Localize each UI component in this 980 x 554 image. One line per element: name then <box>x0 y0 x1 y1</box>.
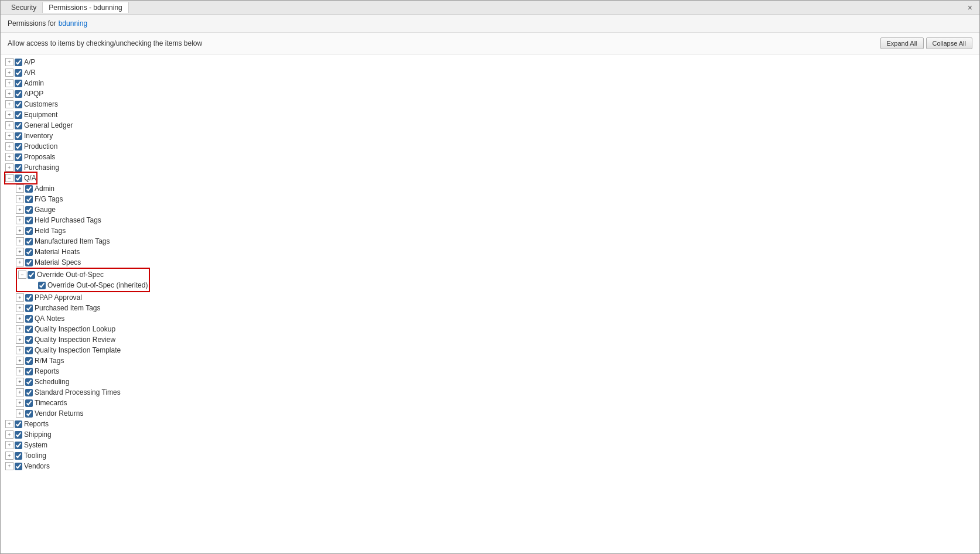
label-ap[interactable]: A/P <box>24 57 35 67</box>
checkbox-general-ledger[interactable] <box>15 122 22 129</box>
label-qa-quality-inspection-template[interactable]: Quality Inspection Template <box>35 345 121 355</box>
checkbox-qa-standard-processing-times[interactable] <box>25 389 33 396</box>
expand-qa[interactable]: − <box>5 174 13 182</box>
close-button[interactable]: × <box>965 3 975 12</box>
label-customers[interactable]: Customers <box>24 99 58 110</box>
checkbox-qa-quality-inspection-template[interactable] <box>25 347 33 354</box>
collapse-all-button[interactable]: Collapse All <box>926 37 972 49</box>
label-qa-reports[interactable]: Reports <box>35 366 59 377</box>
checkbox-production[interactable] <box>15 143 22 151</box>
expand-equipment[interactable]: + <box>5 111 13 119</box>
expand-general-ledger[interactable]: + <box>5 121 13 129</box>
expand-shipping[interactable]: + <box>5 430 13 439</box>
checkbox-qa-material-heats[interactable] <box>25 248 33 256</box>
checkbox-ar[interactable] <box>15 69 22 77</box>
label-proposals[interactable]: Proposals <box>24 152 55 162</box>
label-qa-override-out-of-spec[interactable]: Override Out-of-Spec <box>37 269 104 280</box>
label-qa-held-purchased-tags[interactable]: Held Purchased Tags <box>35 215 101 225</box>
label-qa-rm-tags[interactable]: R/M Tags <box>35 355 64 366</box>
expand-qa-manufactured-item-tags[interactable]: + <box>16 237 24 245</box>
checkbox-qa-admin[interactable] <box>25 185 33 193</box>
label-qa-material-specs[interactable]: Material Specs <box>35 257 81 268</box>
expand-qa-reports[interactable]: + <box>16 367 24 375</box>
checkbox-system[interactable] <box>15 442 22 449</box>
username-link[interactable]: bdunning <box>59 19 87 28</box>
expand-qa-material-heats[interactable]: + <box>16 248 24 256</box>
label-ar[interactable]: A/R <box>24 67 36 78</box>
expand-proposals[interactable]: + <box>5 153 13 161</box>
label-qa-standard-processing-times[interactable]: Standard Processing Times <box>35 387 121 398</box>
checkbox-qa-material-specs[interactable] <box>25 259 33 266</box>
checkbox-qa-quality-inspection-review[interactable] <box>25 336 33 344</box>
tab-permissions[interactable]: Permissions - bdunning <box>43 2 128 13</box>
label-apqp[interactable]: APQP <box>24 88 43 99</box>
expand-qa-rm-tags[interactable]: + <box>16 357 24 365</box>
expand-ap[interactable]: + <box>5 58 13 66</box>
expand-admin[interactable]: + <box>5 79 13 87</box>
expand-production[interactable]: + <box>5 142 13 151</box>
label-equipment[interactable]: Equipment <box>24 110 57 120</box>
label-tooling[interactable]: Tooling <box>24 450 46 461</box>
expand-customers[interactable]: + <box>5 100 13 108</box>
label-qa[interactable]: Q/A <box>24 174 36 182</box>
checkbox-qa-timecards[interactable] <box>25 399 33 407</box>
expand-qa-scheduling[interactable]: + <box>16 378 24 386</box>
label-system[interactable]: System <box>24 440 47 450</box>
expand-qa-quality-inspection-template[interactable]: + <box>16 346 24 354</box>
label-qa-admin[interactable]: Admin <box>35 183 54 194</box>
checkbox-purchasing[interactable] <box>15 164 22 172</box>
label-reports[interactable]: Reports <box>24 419 49 429</box>
label-qa-manufactured-item-tags[interactable]: Manufactured Item Tags <box>35 236 110 247</box>
label-qa-held-tags[interactable]: Held Tags <box>35 225 66 236</box>
expand-qa-override-out-of-spec[interactable]: − <box>18 271 26 279</box>
label-qa-ppap-approval[interactable]: PPAP Approval <box>35 292 82 303</box>
expand-purchasing[interactable]: + <box>5 163 13 172</box>
checkbox-ap[interactable] <box>15 59 22 66</box>
label-vendors[interactable]: Vendors <box>24 461 50 471</box>
checkbox-qa-held-purchased-tags[interactable] <box>25 217 33 224</box>
expand-qa-held-tags[interactable]: + <box>16 227 24 235</box>
checkbox-vendors[interactable] <box>15 463 22 470</box>
expand-reports[interactable]: + <box>5 420 13 428</box>
tab-security[interactable]: Security <box>5 2 43 13</box>
checkbox-qa-purchased-item-tags[interactable] <box>25 305 33 312</box>
label-admin[interactable]: Admin <box>24 78 44 88</box>
checkbox-admin[interactable] <box>15 80 22 87</box>
label-qa-fg-tags[interactable]: F/G Tags <box>35 194 63 204</box>
expand-qa-fg-tags[interactable]: + <box>16 195 24 203</box>
expand-apqp[interactable]: + <box>5 90 13 98</box>
checkbox-qa-rm-tags[interactable] <box>25 357 33 365</box>
checkbox-inventory[interactable] <box>15 132 22 140</box>
expand-qa-quality-inspection-review[interactable]: + <box>16 336 24 344</box>
checkbox-qa-manufactured-item-tags[interactable] <box>25 238 33 245</box>
checkbox-reports[interactable] <box>15 420 22 428</box>
label-qa-material-heats[interactable]: Material Heats <box>35 247 80 257</box>
label-shipping[interactable]: Shipping <box>24 429 52 440</box>
expand-system[interactable]: + <box>5 441 13 449</box>
checkbox-qa-fg-tags[interactable] <box>25 196 33 203</box>
label-qa-vendor-returns[interactable]: Vendor Returns <box>35 408 83 419</box>
expand-qa-material-specs[interactable]: + <box>16 258 24 266</box>
checkbox-qa-vendor-returns[interactable] <box>25 410 33 418</box>
expand-qa-purchased-item-tags[interactable]: + <box>16 304 24 312</box>
expand-tooling[interactable]: + <box>5 452 13 460</box>
label-production[interactable]: Production <box>24 141 57 152</box>
checkbox-equipment[interactable] <box>15 111 22 119</box>
checkbox-qa-scheduling[interactable] <box>25 378 33 386</box>
expand-qa-standard-processing-times[interactable]: + <box>16 388 24 396</box>
checkbox-qa-ppap-approval[interactable] <box>25 294 33 302</box>
checkbox-customers[interactable] <box>15 101 22 108</box>
label-qa-purchased-item-tags[interactable]: Purchased Item Tags <box>35 303 101 313</box>
checkbox-qa-override-out-of-spec[interactable] <box>28 271 35 279</box>
label-qa-quality-inspection-lookup[interactable]: Quality Inspection Lookup <box>35 324 115 334</box>
label-general-ledger[interactable]: General Ledger <box>24 120 73 131</box>
label-qa-scheduling[interactable]: Scheduling <box>35 377 69 387</box>
label-inventory[interactable]: Inventory <box>24 131 53 141</box>
checkbox-qa-held-tags[interactable] <box>25 227 33 235</box>
checkbox-apqp[interactable] <box>15 90 22 98</box>
label-qa-qa-notes[interactable]: QA Notes <box>35 313 64 324</box>
label-qa-quality-inspection-review[interactable]: Quality Inspection Review <box>35 334 115 345</box>
expand-qa-qa-notes[interactable]: + <box>16 314 24 323</box>
checkbox-qa[interactable] <box>15 175 22 182</box>
checkbox-shipping[interactable] <box>15 431 22 439</box>
